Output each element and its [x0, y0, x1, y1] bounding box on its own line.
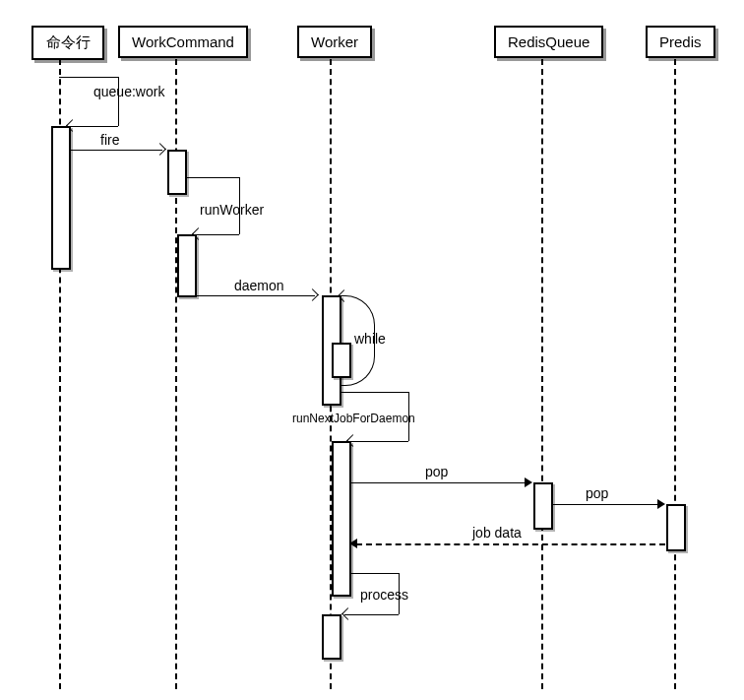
activation-cli: [51, 126, 71, 270]
lifeline-redisqueue: [541, 59, 543, 689]
participant-cli: 命令行: [31, 26, 104, 60]
activation-workcmd-1: [167, 150, 187, 195]
activation-worker-3: [322, 614, 341, 660]
activation-worker-2: [332, 441, 351, 597]
participant-worker: Worker: [297, 26, 372, 58]
msg-pop1-arrowhead: [525, 477, 532, 487]
msg-runworker-line: [185, 177, 239, 178]
participant-workcommand: WorkCommand: [118, 26, 248, 58]
participant-redisqueue: RedisQueue: [494, 26, 603, 58]
msg-jobdata-arrowhead: [349, 539, 357, 548]
lifeline-predis: [674, 59, 676, 689]
msg-pop1-line: [349, 482, 527, 483]
msg-fire-arrowhead: [154, 143, 166, 156]
activation-workcmd-2: [177, 234, 197, 297]
activation-worker-inner: [332, 343, 351, 378]
label-process: process: [360, 587, 408, 603]
label-runnext: runNextJobForDaemon: [292, 412, 415, 425]
msg-queuework-line: [59, 77, 118, 78]
label-while: while: [354, 331, 386, 347]
label-pop1: pop: [425, 464, 448, 479]
label-runworker: runWorker: [200, 202, 264, 218]
msg-jobdata-line: [356, 543, 665, 545]
msg-fire-line: [69, 150, 162, 151]
activation-predis: [666, 504, 686, 551]
msg-process-line: [349, 573, 399, 574]
activation-redis: [533, 482, 553, 530]
label-pop2: pop: [586, 485, 608, 501]
label-jobdata: job data: [472, 525, 522, 541]
msg-pop2-arrowhead: [657, 499, 665, 509]
participant-predis: Predis: [646, 26, 715, 58]
label-fire: fire: [100, 132, 119, 148]
label-daemon: daemon: [234, 278, 284, 293]
msg-daemon-arrowhead: [306, 288, 319, 301]
msg-pop2-line: [551, 504, 659, 505]
msg-process-arrowhead: [341, 607, 354, 620]
label-queuework: queue:work: [93, 84, 164, 99]
msg-daemon-line: [195, 295, 315, 296]
msg-runnext-line: [340, 392, 408, 393]
sequence-diagram: 命令行 WorkCommand Worker RedisQueue Predis…: [0, 0, 744, 700]
